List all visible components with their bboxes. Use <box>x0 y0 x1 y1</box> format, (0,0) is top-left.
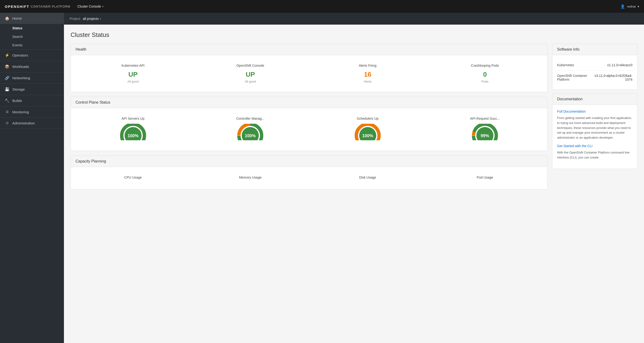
full-documentation-text: From getting started with creating your … <box>557 116 632 140</box>
sidebar-item-events[interactable]: Events <box>0 41 64 49</box>
health-status-openshift-console: UP <box>195 71 306 78</box>
control-plane-card-header: Control Plane Status <box>71 97 547 108</box>
health-sub-kubernetes-api: All good <box>78 80 188 83</box>
cli-link[interactable]: Get Started with the CLI <box>557 144 632 148</box>
sidebar-item-builds[interactable]: 🔨 Builds <box>0 95 64 106</box>
capacity-planning-header: Capacity Planning <box>71 156 547 167</box>
cluster-console-label: Cluster Console <box>78 4 101 8</box>
brand: OPENSHIFT CONTAINER PLATFORM <box>5 4 70 8</box>
builds-icon: 🔨 <box>5 98 10 103</box>
sidebar-workloads-section: 📦 Workloads <box>0 61 64 72</box>
control-label-api-request: API Request Succ... <box>430 117 540 120</box>
health-item-openshift-console: OpenShift Console UP All good <box>193 60 308 87</box>
capacity-pod: Pod Usage <box>428 172 543 185</box>
health-label-pods: Crashlooping Pods <box>430 64 540 67</box>
health-item-kubernetes-api: Kubernetes API UP All good <box>76 60 190 87</box>
project-bar-label: Project: <box>70 17 81 20</box>
sidebar-item-home[interactable]: 🏠 Home <box>0 13 64 24</box>
capacity-memory: Memory Usage <box>193 172 308 185</box>
donut-svg-api-servers: 100% <box>119 124 147 140</box>
capacity-pod-label: Pod Usage <box>430 176 540 179</box>
workloads-icon: 📦 <box>5 64 10 69</box>
donut-svg-controller: 100% <box>236 124 264 140</box>
sidebar-item-administration[interactable]: ⚙ Administration <box>0 118 64 129</box>
control-plane-card-body: API Servers Up 100% <box>71 108 547 151</box>
full-documentation-link[interactable]: Full Documentation <box>557 109 632 113</box>
sidebar-item-operators[interactable]: ⚡ Operators <box>0 50 64 61</box>
sidebar-item-storage[interactable]: 💾 Storage <box>0 84 64 95</box>
health-card-body: Kubernetes API UP All good OpenShift Con… <box>71 55 547 92</box>
monitoring-label: Monitoring <box>12 110 29 114</box>
control-label-schedulers: Schedulers Up <box>312 117 423 120</box>
sidebar-home-label: Home <box>12 16 22 20</box>
sidebar-item-networking[interactable]: 🔗 Networking <box>0 72 64 83</box>
storage-label: Storage <box>12 87 25 91</box>
health-label-openshift-console: OpenShift Console <box>195 64 306 67</box>
top-nav: OPENSHIFT CONTAINER PLATFORM Cluster Con… <box>0 0 644 13</box>
cluster-console-button[interactable]: Cluster Console ▾ <box>75 3 106 10</box>
left-column: Health Kubernetes API UP All good OpenSh… <box>70 44 548 194</box>
sidebar-item-monitoring[interactable]: 🖥 Monitoring <box>0 106 64 117</box>
capacity-planning-body: CPU Usage Memory Usage Disk Usage Pod Us… <box>71 167 547 189</box>
documentation-card: Documentation Full Documentation From ge… <box>552 93 637 169</box>
content-grid: Health Kubernetes API UP All good OpenSh… <box>70 44 637 194</box>
health-status-pods: 0 <box>430 71 540 78</box>
health-label-kubernetes-api: Kubernetes API <box>78 64 188 67</box>
sidebar-item-status[interactable]: Status <box>0 24 64 32</box>
project-selector[interactable]: all projects ▾ <box>83 17 101 20</box>
control-item-schedulers: Schedulers Up 100% <box>310 113 425 146</box>
donut-api-request: 99% <box>471 124 499 140</box>
donut-api-servers: 100% <box>119 124 147 140</box>
builds-label: Builds <box>12 99 22 103</box>
capacity-disk-label: Disk Usage <box>312 176 423 179</box>
software-info-header: Software Info <box>552 44 637 55</box>
health-status-kubernetes-api: UP <box>78 71 188 78</box>
health-sub-alerts: Alerts <box>312 80 423 83</box>
sidebar-item-workloads[interactable]: 📦 Workloads <box>0 61 64 72</box>
user-menu[interactable]: 👤 redhat ▾ <box>620 4 639 9</box>
software-info-val-openshift: v3.11.0-alpha.0+81f26a4-1074 <box>594 74 633 81</box>
health-item-alerts: Alerts Firing 16 Alerts <box>310 60 425 87</box>
sidebar-networking-section: 🔗 Networking <box>0 72 64 84</box>
svg-text:100%: 100% <box>128 133 138 138</box>
main-content: Cluster Status Health Kubernetes API UP … <box>64 24 644 343</box>
software-info-key-openshift: OpenShift Container Platform <box>557 74 594 81</box>
software-info-val-kubernetes: v1.11.0+d4cacc0 <box>607 63 632 67</box>
home-icon: 🏠 <box>5 16 10 20</box>
sidebar-operators-section: ⚡ Operators <box>0 50 64 61</box>
control-item-api-servers: API Servers Up 100% <box>76 113 190 146</box>
donut-svg-api-request: 99% <box>471 124 499 140</box>
project-bar: Project: all projects ▾ <box>64 13 644 24</box>
user-chevron: ▾ <box>638 5 639 8</box>
user-label: redhat <box>627 5 636 8</box>
administration-label: Administration <box>12 121 35 125</box>
health-card: Health Kubernetes API UP All good OpenSh… <box>70 44 548 92</box>
health-status-alerts: 16 <box>312 71 423 78</box>
donut-schedulers: 100% <box>354 124 382 140</box>
software-info-key-kubernetes: Kubernetes <box>557 63 574 67</box>
sidebar-item-search[interactable]: Search <box>0 32 64 41</box>
brand-openshift: OPENSHIFT <box>5 4 29 8</box>
sidebar-home-section: 🏠 Home Status Search Events <box>0 13 64 50</box>
documentation-body: Full Documentation From getting started … <box>552 105 637 169</box>
capacity-grid: CPU Usage Memory Usage Disk Usage Pod Us… <box>76 172 542 185</box>
control-grid: API Servers Up 100% <box>76 113 542 146</box>
page-title: Cluster Status <box>70 31 637 38</box>
sidebar-storage-section: 💾 Storage <box>0 84 64 95</box>
capacity-planning-card: Capacity Planning CPU Usage Memory Usage… <box>70 156 548 189</box>
networking-label: Networking <box>12 76 30 80</box>
workloads-label: Workloads <box>12 65 29 69</box>
svg-text:100%: 100% <box>362 133 373 138</box>
documentation-header: Documentation <box>552 94 637 105</box>
right-panel: Software Info Kubernetes v1.11.0+d4cacc0… <box>552 44 637 194</box>
sidebar-administration-section: ⚙ Administration <box>0 118 64 129</box>
software-info-card: Software Info Kubernetes v1.11.0+d4cacc0… <box>552 44 637 90</box>
control-item-controller: Controller Manag... 100% <box>193 113 308 146</box>
monitoring-icon: 🖥 <box>5 110 10 114</box>
svg-text:99%: 99% <box>481 133 489 138</box>
sidebar: 🏠 Home Status Search Events ⚡ Operators … <box>0 13 64 343</box>
health-item-pods: Crashlooping Pods 0 Pods <box>428 60 543 87</box>
operators-icon: ⚡ <box>5 53 10 57</box>
health-sub-openshift-console: All good <box>195 80 306 83</box>
health-sub-pods: Pods <box>430 80 540 83</box>
